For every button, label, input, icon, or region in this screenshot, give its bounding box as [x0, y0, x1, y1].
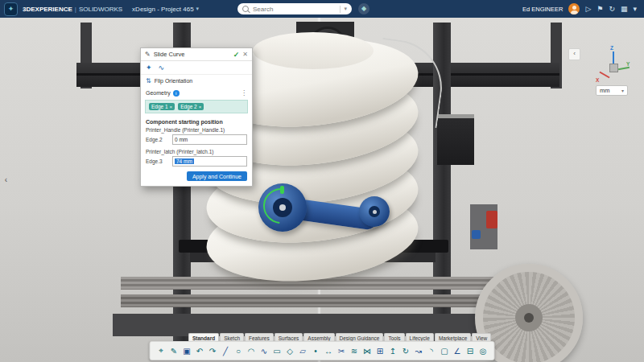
extruder-assembly [470, 204, 497, 249]
search-bar[interactable]: ▾ [237, 3, 352, 14]
dimension-tool-icon[interactable]: ↔ [324, 347, 334, 356]
edge3-input[interactable]: 74 mm [172, 156, 247, 167]
user-avatar[interactable] [568, 3, 580, 14]
circle-tool-icon[interactable]: ○ [233, 347, 244, 356]
triad-x-label: X [596, 77, 599, 83]
curve-icon[interactable]: ∿ [159, 64, 165, 72]
chevron-down-icon[interactable]: ▾ [633, 3, 637, 14]
select-tool-icon[interactable]: ⌖ [156, 346, 167, 356]
triad-z-axis [613, 51, 614, 64]
user-name[interactable]: Ed ENGINEER [522, 6, 563, 13]
point-tool-icon[interactable]: • [311, 347, 321, 356]
zoom-fit-icon[interactable]: ◎ [478, 347, 489, 356]
search-chevron-icon[interactable]: ▾ [344, 6, 347, 12]
curve-select-icon[interactable]: ✦ [146, 64, 152, 72]
fillet-tool-icon[interactable]: ◝ [427, 347, 437, 356]
panel-collapse-right[interactable]: ‹ [568, 48, 580, 60]
tag-icon[interactable]: ◆ [358, 3, 369, 14]
sync-icon[interactable]: ↻ [609, 3, 615, 14]
save-icon[interactable]: ▣ [182, 347, 192, 356]
printer-handle-label: Printer_Handle (Printer_Handle.1) [141, 125, 252, 134]
sketch-icon[interactable]: ✎ [169, 347, 180, 356]
brand-divider: | [75, 6, 76, 13]
extruder-blue-part [472, 230, 481, 239]
handle-end-hub[interactable] [359, 196, 390, 227]
search-divider [340, 6, 341, 13]
orientation-triad[interactable]: Z X Y [597, 45, 631, 84]
title-chevron-icon[interactable]: ▾ [196, 6, 200, 12]
units-chevron-icon: ▾ [621, 88, 624, 93]
panel-collapse-left[interactable]: ‹ [2, 174, 10, 187]
measure-tool-icon[interactable]: ∠ [452, 347, 463, 356]
close-icon[interactable]: ✕ [242, 51, 248, 58]
pattern-tool-icon[interactable]: ⊞ [375, 347, 386, 356]
search-input[interactable] [251, 5, 336, 14]
apply-and-continue-button[interactable]: Apply and Continue [187, 171, 247, 181]
dialog-tool-icons: ✦∿ [141, 61, 252, 75]
triad-z-label: Z [610, 45, 613, 51]
triad-y-axis [618, 67, 630, 70]
apps-grid-icon[interactable]: ▦ [621, 3, 628, 14]
revolve-tool-icon[interactable]: ↻ [401, 347, 411, 356]
extruder-red-part [486, 211, 497, 228]
offset-tool-icon[interactable]: ≋ [349, 347, 360, 356]
selected-latch-highlight[interactable] [280, 186, 284, 194]
edge3-value: 74 mm [175, 158, 194, 164]
edge-chip[interactable]: Edge 2× [178, 103, 204, 110]
edge-chip-label: Edge 1 [151, 104, 168, 109]
redo-icon[interactable]: ↷ [208, 347, 218, 356]
brand-primary: 3DEXPERIENCE [23, 6, 72, 13]
undo-icon[interactable]: ↶ [195, 347, 205, 356]
starting-position-heading: Component starting position [141, 116, 252, 125]
topbar-actions: ▷⚑↻▦▾ [585, 3, 637, 14]
edge2-value: 0 mm [175, 137, 188, 142]
info-icon[interactable]: i [173, 90, 180, 97]
printer-latch-label: Printer_latch (Printer_latch.1) [141, 147, 252, 155]
spline-tool-icon[interactable]: ∿ [259, 347, 270, 356]
units-dropdown[interactable]: mm ▾ [596, 85, 628, 96]
edge2-input[interactable]: 0 mm [172, 134, 247, 145]
edge-chip-list[interactable]: Edge 1×Edge 2× [145, 100, 248, 113]
slide-curve-dialog: ✎ Slide Curve ✓ ✕ ✦∿ ⇅ Flip Orientation … [140, 47, 253, 187]
dialog-header[interactable]: ✎ Slide Curve ✓ ✕ [141, 48, 252, 61]
flip-orientation-label: Flip Orientation [155, 78, 192, 84]
3ds-compass-logo[interactable]: ✦ [4, 2, 18, 16]
frame-rail-lower [121, 294, 515, 307]
section-view-icon[interactable]: ⊟ [465, 347, 476, 356]
confirm-icon[interactable]: ✓ [233, 51, 240, 59]
triad-origin-cube[interactable] [609, 64, 618, 72]
line-tool-icon[interactable]: ╱ [221, 347, 231, 356]
trim-tool-icon[interactable]: ✂ [336, 347, 347, 356]
app-title[interactable]: xDesign - Project 465 [132, 6, 193, 13]
dialog-title: Slide Curve [154, 51, 230, 58]
polygon-tool-icon[interactable]: ◇ [285, 347, 295, 356]
sweep-tool-icon[interactable]: ↝ [414, 347, 424, 356]
viewport-3d[interactable] [0, 18, 644, 362]
mirror-tool-icon[interactable]: ⋈ [362, 347, 373, 356]
flip-orientation-option[interactable]: ⇅ Flip Orientation [141, 75, 252, 87]
handle-hub[interactable] [258, 183, 307, 232]
flip-orientation-icon: ⇅ [146, 77, 151, 84]
dialog-footer: Apply and Continue [141, 169, 252, 186]
auger-top-cap[interactable] [253, 32, 374, 69]
kebab-menu-icon[interactable]: ⋮ [241, 89, 247, 97]
rectangle-tool-icon[interactable]: ▭ [272, 347, 283, 356]
geometry-section-header: Geometry i ⋮ [141, 87, 252, 99]
chip-remove-icon[interactable]: × [170, 105, 173, 109]
stepper-motor [437, 114, 474, 165]
present-icon[interactable]: ▷ [585, 3, 591, 14]
geometry-label: Geometry [146, 90, 171, 96]
arc-tool-icon[interactable]: ◠ [246, 347, 257, 356]
bottom-toolbar: ⌖✎▣↶↷╱○◠∿▭◇▱•↔✂≋⋈⊞↥↻↝◝▢∠⊟◎ [150, 341, 495, 360]
app-window: ✦ 3DEXPERIENCE|SOLIDWORKS xDesign - Proj… [0, 0, 644, 362]
edit-icon: ✎ [145, 51, 151, 58]
handle-end-bore[interactable] [369, 206, 380, 217]
flag-icon[interactable]: ⚑ [597, 3, 603, 14]
slot-tool-icon[interactable]: ▱ [298, 347, 308, 356]
edge3-label: Edge.3 [146, 158, 170, 164]
chip-remove-icon[interactable]: × [199, 105, 202, 109]
shell-tool-icon[interactable]: ▢ [440, 347, 450, 356]
triad-y-label: Y [626, 61, 630, 67]
edge-chip[interactable]: Edge 1× [149, 103, 175, 110]
extrude-tool-icon[interactable]: ↥ [388, 347, 398, 356]
